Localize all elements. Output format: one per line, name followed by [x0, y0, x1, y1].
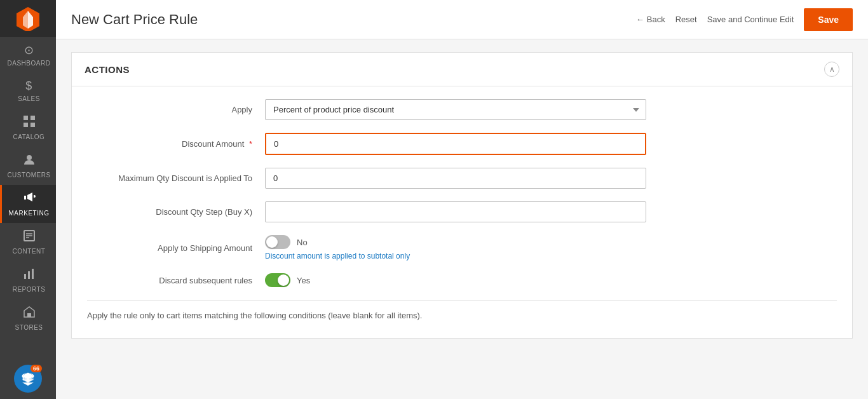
content-icon	[23, 229, 36, 245]
graduation-cap-icon	[21, 372, 35, 386]
page-header: New Cart Price Rule ← Back Reset Save an…	[56, 0, 868, 39]
sidebar-item-sales[interactable]: $ SALES	[0, 73, 56, 109]
content-area: Actions ∧ Apply Percent of product price…	[56, 39, 868, 399]
apply-control: Percent of product price discount Fixed …	[265, 99, 646, 120]
discard-rules-row: Discard subsequent rules Yes	[87, 273, 837, 287]
page-title: New Cart Price Rule	[71, 11, 636, 28]
marketing-icon	[23, 191, 36, 207]
sidebar-item-marketing[interactable]: MARKETING	[0, 185, 56, 223]
discount-amount-input[interactable]	[265, 133, 646, 155]
notification-badge[interactable]: 66	[14, 365, 42, 393]
discount-amount-label: Discount Amount *	[87, 139, 265, 149]
discount-qty-step-row: Discount Qty Step (Buy X)	[87, 201, 837, 222]
sidebar: ⊙ DASHBOARD $ SALES CATALOG CUSTOMERS MA…	[0, 0, 56, 399]
sidebar-item-content[interactable]: CONTENT	[0, 223, 56, 261]
svg-rect-5	[24, 123, 28, 127]
back-arrow-icon: ←	[636, 15, 644, 24]
sidebar-item-label: STORES	[15, 324, 43, 331]
sidebar-item-label: CONTENT	[13, 248, 46, 255]
apply-label: Apply	[87, 105, 265, 114]
magento-logo-icon	[15, 6, 41, 31]
save-button[interactable]: Save	[804, 8, 853, 31]
discard-rules-control: Yes	[265, 273, 646, 287]
sidebar-item-label: CATALOG	[13, 133, 45, 140]
section-toggle-button[interactable]: ∧	[824, 62, 839, 77]
apply-shipping-label: Apply to Shipping Amount	[87, 243, 265, 253]
discount-amount-control	[265, 133, 646, 155]
max-qty-control	[265, 168, 646, 189]
sidebar-item-label: CUSTOMERS	[7, 172, 50, 179]
save-continue-label: Save and Continue Edit	[707, 15, 794, 24]
toggle-knob	[266, 236, 278, 248]
stores-icon	[23, 306, 36, 321]
reset-label: Reset	[675, 15, 697, 24]
conditions-note: Apply the rule only to cart items matchi…	[87, 300, 837, 325]
sidebar-bottom: 66	[0, 358, 56, 399]
sidebar-logo	[0, 0, 56, 37]
sidebar-item-catalog[interactable]: CATALOG	[0, 109, 56, 147]
svg-rect-3	[24, 116, 28, 120]
section-title: Actions	[85, 64, 130, 75]
sales-icon: $	[25, 79, 32, 93]
sidebar-item-label: DASHBOARD	[8, 60, 51, 67]
apply-row: Apply Percent of product price discount …	[87, 99, 837, 120]
svg-rect-4	[31, 116, 35, 120]
customers-icon	[23, 153, 36, 169]
apply-shipping-helper: Discount amount is applied to subtotal o…	[265, 252, 646, 260]
reset-button[interactable]: Reset	[675, 15, 697, 24]
discard-rules-toggle[interactable]	[265, 273, 290, 287]
notification-count: 66	[31, 365, 42, 372]
reports-icon	[23, 267, 36, 283]
save-label: Save	[818, 15, 839, 25]
discount-amount-row: Discount Amount *	[87, 133, 837, 155]
sidebar-item-label: REPORTS	[13, 286, 46, 293]
svg-rect-13	[28, 271, 30, 279]
sidebar-item-label: SALES	[18, 95, 40, 102]
apply-shipping-toggle[interactable]	[265, 235, 290, 249]
back-button[interactable]: ← Back	[636, 15, 665, 24]
discount-qty-step-control	[265, 201, 646, 222]
dashboard-icon: ⊙	[24, 43, 34, 57]
sidebar-item-label: MARKETING	[9, 210, 50, 217]
max-qty-label: Maximum Qty Discount is Applied To	[87, 173, 265, 183]
max-qty-row: Maximum Qty Discount is Applied To	[87, 168, 837, 189]
svg-rect-14	[32, 269, 34, 279]
save-continue-button[interactable]: Save and Continue Edit	[707, 15, 794, 24]
discard-rules-toggle-wrap: Yes	[265, 273, 646, 287]
discard-rules-label: Discard subsequent rules	[87, 276, 265, 285]
sidebar-item-reports[interactable]: REPORTS	[0, 261, 56, 299]
section-header: Actions ∧	[72, 53, 852, 86]
actions-section: Actions ∧ Apply Percent of product price…	[71, 52, 853, 339]
apply-shipping-row: Apply to Shipping Amount No Discount amo…	[87, 235, 837, 260]
apply-shipping-control: No Discount amount is applied to subtota…	[265, 235, 646, 260]
section-body: Apply Percent of product price discount …	[72, 86, 852, 338]
main-content: New Cart Price Rule ← Back Reset Save an…	[56, 0, 868, 399]
apply-select[interactable]: Percent of product price discount Fixed …	[265, 99, 646, 120]
discount-qty-step-label: Discount Qty Step (Buy X)	[87, 207, 265, 217]
apply-shipping-text: No	[297, 238, 308, 247]
max-qty-input[interactable]	[265, 168, 646, 189]
discard-rules-text: Yes	[297, 276, 310, 285]
sidebar-item-stores[interactable]: STORES	[0, 299, 56, 337]
toggle-knob	[278, 274, 289, 286]
svg-rect-15	[27, 313, 31, 317]
svg-rect-6	[31, 123, 35, 127]
back-label: Back	[647, 15, 665, 24]
required-marker: *	[249, 139, 252, 149]
sidebar-item-customers[interactable]: CUSTOMERS	[0, 147, 56, 185]
apply-shipping-toggle-wrap: No	[265, 235, 646, 249]
chevron-up-icon: ∧	[829, 65, 835, 74]
svg-rect-12	[24, 274, 26, 279]
catalog-icon	[23, 115, 36, 131]
sidebar-item-dashboard[interactable]: ⊙ DASHBOARD	[0, 37, 56, 73]
header-actions: ← Back Reset Save and Continue Edit Save	[636, 8, 853, 31]
discount-qty-step-input[interactable]	[265, 201, 646, 222]
svg-point-7	[27, 155, 32, 160]
